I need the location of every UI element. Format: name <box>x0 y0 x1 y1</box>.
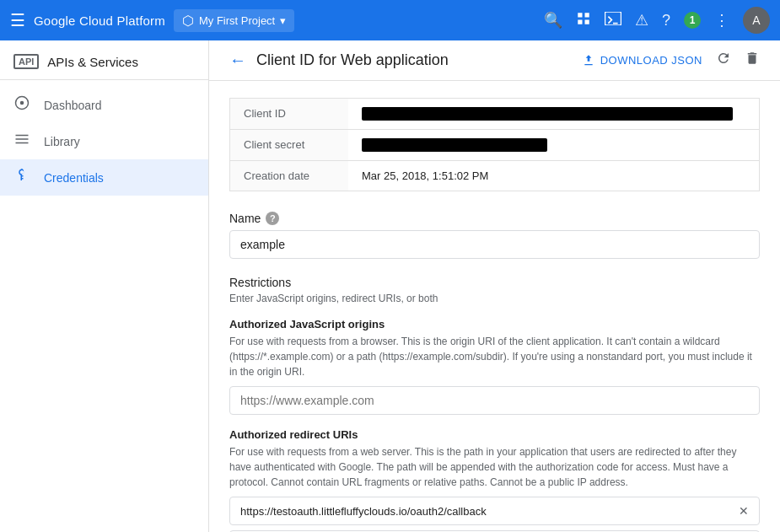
js-origins-desc: For use with requests from a browser. Th… <box>229 334 760 379</box>
creation-date-value: Mar 25, 2018, 1:51:02 PM <box>348 161 759 191</box>
js-origins-title: Authorized JavaScript origins <box>229 318 760 330</box>
restrictions-desc: Enter JavaScript origins, redirect URIs,… <box>229 293 760 304</box>
sidebar-title: APIs & Services <box>47 55 138 69</box>
svg-point-7 <box>20 101 24 105</box>
name-label: Name ? <box>229 212 760 225</box>
refresh-icon[interactable] <box>716 51 731 70</box>
js-origins-input[interactable] <box>229 386 760 415</box>
api-badge: API <box>13 54 39 69</box>
library-icon <box>13 132 30 151</box>
hamburger-icon[interactable]: ☰ <box>10 10 25 30</box>
svg-rect-2 <box>578 19 582 24</box>
client-id-label: Client ID <box>230 99 348 129</box>
main-content: ← Client ID for Web application DOWNLOAD… <box>209 40 780 532</box>
client-id-redacted <box>362 107 733 121</box>
notification-badge[interactable]: 1 <box>684 12 701 29</box>
project-selector[interactable]: ⬡ My First Project ▾ <box>174 9 294 32</box>
name-input[interactable] <box>229 230 760 259</box>
js-origins-block: Authorized JavaScript origins For use wi… <box>229 318 760 415</box>
sidebar-item-credentials-label: Credentials <box>44 171 104 185</box>
help-icon[interactable]: ? <box>662 12 670 30</box>
client-secret-row: Client secret <box>230 130 759 161</box>
redirect-uri-tag: https://testoauth.littlefluffyclouds.io/… <box>229 497 760 525</box>
sidebar: API APIs & Services Dashboard Library <box>0 40 209 532</box>
project-name: My First Project <box>199 14 275 27</box>
creation-date-row: Creation date Mar 25, 2018, 1:51:02 PM <box>230 161 759 191</box>
delete-icon[interactable] <box>745 51 760 70</box>
restrictions-title: Restrictions <box>229 276 760 289</box>
header-actions: DOWNLOAD JSON <box>582 51 760 70</box>
download-json-button[interactable]: DOWNLOAD JSON <box>582 54 702 67</box>
form-content: Client ID Client secret Creation date Ma… <box>209 81 780 532</box>
page-header: ← Client ID for Web application DOWNLOAD… <box>209 40 780 81</box>
client-secret-redacted <box>362 138 547 152</box>
svg-rect-0 <box>578 13 582 17</box>
name-label-text: Name <box>229 212 261 225</box>
creation-date-label: Creation date <box>230 161 348 191</box>
back-button[interactable]: ← <box>229 51 246 70</box>
svg-rect-1 <box>584 13 589 17</box>
download-json-label: DOWNLOAD JSON <box>600 54 702 67</box>
app-layout: API APIs & Services Dashboard Library <box>0 40 780 532</box>
name-field-group: Name ? <box>229 212 760 259</box>
cloud-shell-icon[interactable] <box>605 12 621 30</box>
svg-rect-8 <box>16 135 29 137</box>
restrictions-section: Restrictions Enter JavaScript origins, r… <box>229 276 760 532</box>
svg-rect-3 <box>584 19 589 24</box>
client-secret-value <box>348 130 759 160</box>
redirect-uris-title: Authorized redirect URIs <box>229 428 760 441</box>
dashboard-icon <box>13 95 30 115</box>
svg-rect-9 <box>16 138 29 140</box>
name-help-icon[interactable]: ? <box>266 212 279 225</box>
redirect-uri-value: https://testoauth.littlefluffyclouds.io/… <box>240 505 487 518</box>
sidebar-item-library[interactable]: Library <box>0 123 208 159</box>
redirect-uris-block: Authorized redirect URIs For use with re… <box>229 428 760 532</box>
redirect-uris-desc: For use with requests from a web server.… <box>229 444 760 490</box>
svg-rect-10 <box>16 142 29 144</box>
gcp-logo: Google Cloud Platform <box>34 13 165 28</box>
products-icon[interactable] <box>576 11 591 30</box>
credentials-icon <box>13 168 30 187</box>
search-icon[interactable]: 🔍 <box>544 11 562 30</box>
project-chevron-icon: ▾ <box>280 14 286 27</box>
top-navigation: ☰ Google Cloud Platform ⬡ My First Proje… <box>0 0 780 40</box>
client-secret-label: Client secret <box>230 130 348 160</box>
sidebar-item-credentials[interactable]: Credentials <box>0 159 208 196</box>
info-table: Client ID Client secret Creation date Ma… <box>229 98 760 191</box>
sidebar-nav: Dashboard Library Credentials <box>0 80 208 196</box>
redirect-uri-remove-button[interactable]: ✕ <box>739 504 749 518</box>
alert-icon[interactable]: ⚠ <box>635 11 648 30</box>
sidebar-item-dashboard[interactable]: Dashboard <box>0 87 208 123</box>
page-title: Client ID for Web application <box>256 51 572 69</box>
sidebar-header: API APIs & Services <box>0 40 208 80</box>
avatar[interactable]: A <box>743 7 770 34</box>
client-id-row: Client ID <box>230 99 759 130</box>
sidebar-item-dashboard-label: Dashboard <box>44 99 102 112</box>
sidebar-item-library-label: Library <box>44 135 80 148</box>
client-id-value <box>348 99 759 129</box>
more-icon[interactable]: ⋮ <box>714 11 729 30</box>
project-dots-icon: ⬡ <box>182 13 194 29</box>
